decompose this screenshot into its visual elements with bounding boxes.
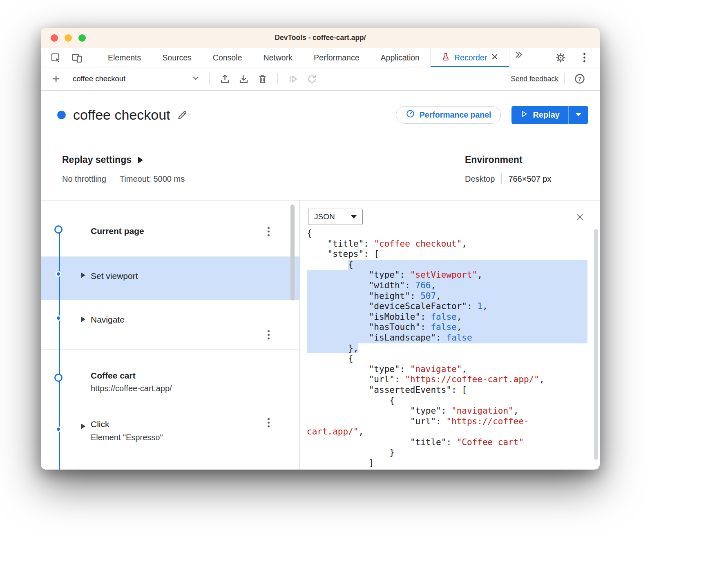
add-recording-button[interactable]: + bbox=[48, 72, 64, 85]
recording-header: coffee checkout Performance panel bbox=[41, 91, 600, 139]
titlebar[interactable]: DevTools - coffee-cart.app/ bbox=[41, 28, 600, 48]
step-group-current-page[interactable]: Current page bbox=[41, 200, 299, 257]
recording-dot-icon bbox=[57, 111, 66, 119]
step-navigate[interactable]: Navigate bbox=[41, 300, 299, 350]
svg-text:?: ? bbox=[578, 76, 582, 82]
format-select[interactable]: JSON bbox=[308, 209, 363, 225]
replay-settings-label: Replay settings bbox=[62, 154, 132, 165]
tab-label: Sources bbox=[162, 53, 192, 62]
minimize-window-button[interactable] bbox=[65, 34, 72, 42]
step-menu-kebab-icon[interactable] bbox=[267, 226, 270, 238]
settings-section: Replay settings No throttling Timeout: 5… bbox=[41, 139, 600, 200]
expand-step-caret-icon[interactable] bbox=[81, 423, 85, 429]
step-label: Set viewport bbox=[91, 271, 138, 281]
main-panels: Current page Set viewport Na bbox=[41, 200, 600, 470]
environment-meta: Desktop 766×507 px bbox=[465, 174, 587, 184]
fullscreen-window-button[interactable] bbox=[78, 34, 86, 42]
divider bbox=[113, 174, 113, 184]
format-select-value: JSON bbox=[314, 212, 335, 221]
devtools-window: DevTools - coffee-cart.app/ Elements Sou… bbox=[41, 28, 600, 470]
step-marker-icon bbox=[56, 426, 61, 432]
tab-label: Application bbox=[381, 53, 420, 62]
tab-application[interactable]: Application bbox=[370, 48, 430, 67]
recording-select-value: coffee checkout bbox=[73, 74, 125, 83]
close-tab-icon[interactable] bbox=[491, 53, 498, 62]
page-marker-icon bbox=[54, 225, 63, 234]
step-label: Click bbox=[91, 419, 299, 429]
throttling-value: No throttling bbox=[62, 174, 106, 184]
performance-gauge-icon bbox=[406, 109, 415, 120]
viewport-size-value: 766×507 px bbox=[508, 174, 551, 184]
dropdown-arrow-icon bbox=[351, 215, 357, 218]
tab-label: Console bbox=[213, 53, 242, 62]
device-toolbar-icon[interactable] bbox=[70, 51, 83, 64]
tab-console[interactable]: Console bbox=[202, 48, 253, 67]
step-group-title: Coffee cart bbox=[91, 371, 299, 381]
export-recording-icon[interactable] bbox=[234, 70, 253, 87]
tab-label: Elements bbox=[108, 53, 141, 62]
step-marker-icon bbox=[56, 271, 61, 277]
tab-recorder-active[interactable]: Recorder bbox=[430, 48, 509, 67]
step-click-espresso[interactable]: Click Element "Espresso" bbox=[41, 405, 299, 470]
recording-select[interactable]: coffee checkout bbox=[69, 71, 203, 87]
dropdown-arrow-icon bbox=[576, 113, 581, 116]
header-actions: Performance panel Replay bbox=[396, 106, 588, 124]
step-group-title: Current page bbox=[91, 226, 144, 236]
replay-button[interactable]: Replay bbox=[511, 106, 568, 124]
steps-scrollbar-thumb[interactable] bbox=[290, 205, 295, 301]
environment-header: Environment bbox=[465, 154, 587, 165]
step-group-url: https://coffee-cart.app/ bbox=[91, 384, 299, 393]
tab-bar-tools bbox=[41, 48, 83, 67]
restart-replay-icon-disabled bbox=[302, 70, 321, 87]
steps-panel: Current page Set viewport Na bbox=[41, 200, 299, 470]
close-panel-icon[interactable] bbox=[574, 211, 586, 223]
tab-label: Recorder bbox=[454, 53, 487, 62]
send-feedback-link[interactable]: Send feedback bbox=[511, 75, 558, 83]
tab-sources[interactable]: Sources bbox=[152, 48, 202, 67]
experiment-flask-icon bbox=[441, 52, 450, 64]
step-set-viewport-selected[interactable]: Set viewport bbox=[41, 257, 299, 300]
desktop-background: DevTools - coffee-cart.app/ Elements Sou… bbox=[0, 0, 728, 588]
divider bbox=[209, 73, 210, 85]
json-panel: JSON { "title": "coffee checkout", "step… bbox=[299, 200, 600, 470]
expand-step-caret-icon[interactable] bbox=[81, 272, 85, 278]
chevron-down-icon bbox=[191, 74, 200, 85]
expand-step-caret-icon[interactable] bbox=[81, 316, 85, 322]
tab-performance[interactable]: Performance bbox=[303, 48, 370, 67]
json-panel-header: JSON bbox=[300, 208, 600, 226]
environment-label: Environment bbox=[465, 154, 523, 165]
import-recording-icon[interactable] bbox=[215, 70, 234, 87]
more-tabs-icon[interactable] bbox=[512, 48, 525, 61]
tab-elements[interactable]: Elements bbox=[97, 48, 152, 67]
tab-bar-right bbox=[554, 48, 600, 67]
help-icon[interactable]: ? bbox=[570, 70, 589, 87]
recorder-toolbar: + coffee checkout bbox=[41, 67, 600, 91]
settings-gear-icon[interactable] bbox=[554, 51, 567, 64]
replay-settings-header[interactable]: Replay settings bbox=[62, 154, 185, 165]
tab-label: Performance bbox=[314, 53, 360, 62]
devtools-menu-kebab-icon[interactable] bbox=[578, 51, 591, 64]
replay-settings-meta: No throttling Timeout: 5000 ms bbox=[62, 174, 185, 184]
json-code-view[interactable]: { "title": "coffee checkout", "steps": [… bbox=[300, 228, 600, 469]
step-marker-icon bbox=[56, 315, 61, 321]
page-marker-icon bbox=[54, 374, 63, 382]
json-scrollbar-thumb[interactable] bbox=[594, 229, 598, 460]
close-window-button[interactable] bbox=[51, 34, 58, 42]
traffic-lights bbox=[51, 34, 86, 42]
performance-panel-button[interactable]: Performance panel bbox=[396, 106, 501, 124]
devtools-tab-bar: Elements Sources Console Network Perform… bbox=[41, 48, 600, 67]
tab-label: Network bbox=[263, 53, 293, 62]
tab-network[interactable]: Network bbox=[252, 48, 303, 67]
step-over-icon-disabled bbox=[284, 70, 302, 87]
timeline-line bbox=[59, 231, 60, 470]
delete-recording-icon[interactable] bbox=[253, 70, 272, 87]
edit-title-pencil-icon[interactable] bbox=[176, 108, 189, 121]
step-detail: Element "Espresso" bbox=[91, 433, 299, 442]
step-label: Navigate bbox=[91, 315, 125, 325]
replay-options-dropdown[interactable] bbox=[569, 106, 588, 124]
divider bbox=[501, 174, 502, 184]
step-group-coffee-cart[interactable]: Coffee cart https://coffee-cart.app/ bbox=[41, 350, 299, 405]
recording-title: coffee checkout bbox=[73, 107, 170, 123]
inspect-element-icon[interactable] bbox=[49, 51, 62, 64]
divider bbox=[564, 73, 565, 85]
